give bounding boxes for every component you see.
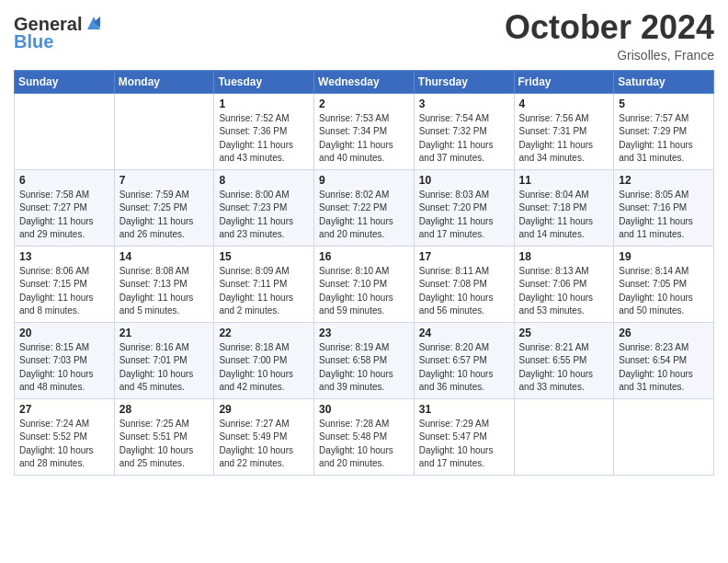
logo: General Blue [14, 14, 104, 52]
day-number: 12 [619, 174, 709, 187]
day-info: Sunrise: 7:52 AMSunset: 7:36 PMDaylight:… [219, 112, 309, 166]
calendar-cell: 24Sunrise: 8:20 AMSunset: 6:57 PMDayligh… [414, 322, 514, 398]
calendar-cell: 15Sunrise: 8:09 AMSunset: 7:11 PMDayligh… [214, 246, 314, 322]
logo-icon [84, 13, 104, 33]
day-info: Sunrise: 8:14 AMSunset: 7:05 PMDaylight:… [619, 265, 709, 318]
day-number: 30 [319, 403, 409, 416]
weekday-header-row: Sunday Monday Tuesday Wednesday Thursday… [15, 70, 714, 93]
day-number: 7 [119, 174, 210, 187]
calendar-cell [514, 398, 614, 475]
month-title: October 2024 [505, 9, 714, 46]
day-info: Sunrise: 8:11 AMSunset: 7:08 PMDaylight:… [419, 265, 509, 318]
calendar-cell: 5Sunrise: 7:57 AMSunset: 7:29 PMDaylight… [614, 93, 714, 169]
calendar-cell: 28Sunrise: 7:25 AMSunset: 5:51 PMDayligh… [114, 398, 214, 475]
calendar-cell: 11Sunrise: 8:04 AMSunset: 7:18 PMDayligh… [514, 169, 614, 246]
day-number: 21 [119, 327, 210, 339]
calendar-cell: 31Sunrise: 7:29 AMSunset: 5:47 PMDayligh… [414, 398, 514, 475]
day-info: Sunrise: 8:00 AMSunset: 7:23 PMDaylight:… [219, 189, 309, 242]
day-info: Sunrise: 8:13 AMSunset: 7:06 PMDaylight:… [519, 265, 609, 318]
day-info: Sunrise: 8:03 AMSunset: 7:20 PMDaylight:… [419, 189, 509, 242]
day-info: Sunrise: 8:19 AMSunset: 6:58 PMDaylight:… [319, 341, 409, 395]
day-info: Sunrise: 7:25 AMSunset: 5:51 PMDaylight:… [119, 418, 210, 471]
day-number: 11 [519, 174, 609, 187]
day-info: Sunrise: 8:02 AMSunset: 7:22 PMDaylight:… [319, 189, 409, 242]
day-number: 3 [419, 98, 509, 110]
calendar-cell: 20Sunrise: 8:15 AMSunset: 7:03 PMDayligh… [15, 322, 115, 398]
day-info: Sunrise: 7:58 AMSunset: 7:27 PMDaylight:… [19, 189, 109, 242]
header: General Blue October 2024 Grisolles, Fra… [14, 9, 714, 63]
day-number: 16 [319, 250, 409, 263]
day-number: 13 [19, 250, 109, 263]
day-info: Sunrise: 8:20 AMSunset: 6:57 PMDaylight:… [419, 341, 509, 395]
day-number: 23 [319, 327, 409, 339]
day-number: 18 [519, 250, 609, 263]
calendar-cell: 30Sunrise: 7:28 AMSunset: 5:48 PMDayligh… [314, 398, 415, 475]
day-info: Sunrise: 8:05 AMSunset: 7:16 PMDaylight:… [619, 189, 709, 242]
calendar-cell: 26Sunrise: 8:23 AMSunset: 6:54 PMDayligh… [614, 322, 714, 398]
day-number: 15 [219, 250, 309, 263]
day-number: 1 [219, 98, 309, 110]
day-info: Sunrise: 8:10 AMSunset: 7:10 PMDaylight:… [319, 265, 409, 318]
page: General Blue October 2024 Grisolles, Fra… [0, 0, 728, 563]
calendar-cell: 14Sunrise: 8:08 AMSunset: 7:13 PMDayligh… [114, 246, 214, 322]
calendar-cell: 7Sunrise: 7:59 AMSunset: 7:25 PMDaylight… [114, 169, 214, 246]
day-number: 25 [519, 327, 609, 339]
calendar-cell: 29Sunrise: 7:27 AMSunset: 5:49 PMDayligh… [214, 398, 314, 475]
header-wednesday: Wednesday [314, 70, 415, 93]
calendar-cell: 10Sunrise: 8:03 AMSunset: 7:20 PMDayligh… [414, 169, 514, 246]
day-info: Sunrise: 7:53 AMSunset: 7:34 PMDaylight:… [319, 112, 409, 166]
day-info: Sunrise: 7:57 AMSunset: 7:29 PMDaylight:… [619, 112, 709, 166]
day-info: Sunrise: 8:16 AMSunset: 7:01 PMDaylight:… [119, 341, 210, 395]
location: Grisolles, France [505, 48, 714, 63]
day-number: 17 [419, 250, 509, 263]
day-number: 19 [619, 250, 709, 263]
week-row-1: 1Sunrise: 7:52 AMSunset: 7:36 PMDaylight… [15, 93, 714, 169]
week-row-2: 6Sunrise: 7:58 AMSunset: 7:27 PMDaylight… [15, 169, 714, 246]
day-number: 9 [319, 174, 409, 187]
day-info: Sunrise: 8:06 AMSunset: 7:15 PMDaylight:… [19, 265, 109, 318]
calendar-cell: 19Sunrise: 8:14 AMSunset: 7:05 PMDayligh… [614, 246, 714, 322]
day-info: Sunrise: 8:04 AMSunset: 7:18 PMDaylight:… [519, 189, 609, 242]
calendar-cell: 12Sunrise: 8:05 AMSunset: 7:16 PMDayligh… [614, 169, 714, 246]
day-number: 31 [419, 403, 509, 416]
day-number: 29 [219, 403, 309, 416]
calendar-cell [114, 93, 214, 169]
calendar-table: Sunday Monday Tuesday Wednesday Thursday… [14, 70, 714, 476]
calendar-cell: 13Sunrise: 8:06 AMSunset: 7:15 PMDayligh… [15, 246, 115, 322]
calendar-cell: 27Sunrise: 7:24 AMSunset: 5:52 PMDayligh… [15, 398, 115, 475]
day-number: 26 [619, 327, 709, 339]
title-block: October 2024 Grisolles, France [505, 9, 714, 63]
calendar-cell: 3Sunrise: 7:54 AMSunset: 7:32 PMDaylight… [414, 93, 514, 169]
calendar-cell [614, 398, 714, 475]
day-info: Sunrise: 7:28 AMSunset: 5:48 PMDaylight:… [319, 418, 409, 471]
calendar-cell: 9Sunrise: 8:02 AMSunset: 7:22 PMDaylight… [314, 169, 415, 246]
week-row-5: 27Sunrise: 7:24 AMSunset: 5:52 PMDayligh… [15, 398, 714, 475]
day-info: Sunrise: 7:54 AMSunset: 7:32 PMDaylight:… [419, 112, 509, 166]
day-number: 20 [19, 327, 109, 339]
day-info: Sunrise: 7:56 AMSunset: 7:31 PMDaylight:… [519, 112, 609, 166]
calendar-cell [15, 93, 115, 169]
day-number: 5 [619, 98, 709, 110]
day-info: Sunrise: 8:15 AMSunset: 7:03 PMDaylight:… [19, 341, 109, 395]
header-saturday: Saturday [614, 70, 714, 93]
day-number: 28 [119, 403, 210, 416]
calendar-cell: 23Sunrise: 8:19 AMSunset: 6:58 PMDayligh… [314, 322, 415, 398]
header-friday: Friday [514, 70, 614, 93]
calendar-cell: 4Sunrise: 7:56 AMSunset: 7:31 PMDaylight… [514, 93, 614, 169]
calendar-cell: 8Sunrise: 8:00 AMSunset: 7:23 PMDaylight… [214, 169, 314, 246]
logo-text: General Blue [14, 14, 104, 52]
week-row-4: 20Sunrise: 8:15 AMSunset: 7:03 PMDayligh… [15, 322, 714, 398]
header-tuesday: Tuesday [214, 70, 314, 93]
day-info: Sunrise: 7:59 AMSunset: 7:25 PMDaylight:… [119, 189, 210, 242]
day-number: 10 [419, 174, 509, 187]
calendar-cell: 22Sunrise: 8:18 AMSunset: 7:00 PMDayligh… [214, 322, 314, 398]
day-number: 6 [19, 174, 109, 187]
calendar-cell: 17Sunrise: 8:11 AMSunset: 7:08 PMDayligh… [414, 246, 514, 322]
day-number: 24 [419, 327, 509, 339]
calendar-cell: 1Sunrise: 7:52 AMSunset: 7:36 PMDaylight… [214, 93, 314, 169]
day-info: Sunrise: 8:09 AMSunset: 7:11 PMDaylight:… [219, 265, 309, 318]
header-sunday: Sunday [15, 70, 115, 93]
day-info: Sunrise: 8:08 AMSunset: 7:13 PMDaylight:… [119, 265, 210, 318]
header-monday: Monday [114, 70, 214, 93]
day-number: 22 [219, 327, 309, 339]
